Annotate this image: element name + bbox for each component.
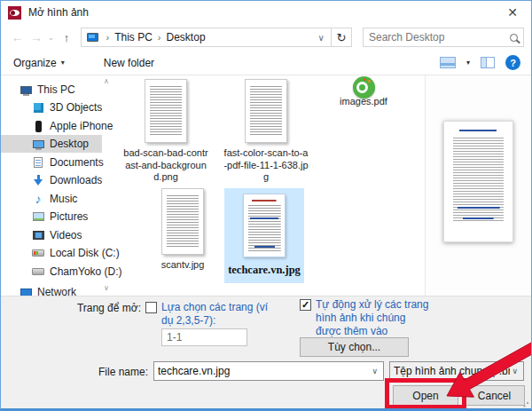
sidebar-item-music[interactable]: ♪ Music: [1, 190, 102, 208]
sidebar-item-label: Documents: [50, 156, 104, 169]
sidebar-item-apple-iphone[interactable]: Apple iPhone: [1, 117, 102, 135]
views-icon[interactable]: [440, 57, 456, 68]
sidebar-item-network[interactable]: Network: [1, 283, 102, 296]
chevron-down-icon: ▾: [61, 59, 65, 67]
sidebar-item-videos[interactable]: Videos: [1, 226, 102, 244]
sidebar-item-local-disk-c[interactable]: Local Disk (C:): [1, 244, 102, 262]
sidebar-item-label: Music: [50, 193, 77, 205]
file-type-value: Tệp hình ảnh chung (*.bmp; *.c: [394, 365, 510, 377]
network-icon: [19, 288, 33, 296]
up-icon[interactable]: ↑: [56, 31, 76, 44]
dialog-title: Mở hình ảnh: [28, 6, 89, 19]
file-item-images-pdf[interactable]: images.pdf: [319, 79, 408, 108]
help-icon[interactable]: ?: [505, 55, 520, 70]
back-icon[interactable]: ←: [8, 30, 27, 44]
search-input[interactable]: [369, 31, 506, 43]
organize-button[interactable]: Organize ▾: [13, 57, 65, 69]
file-name-label-text: File name:: [52, 366, 148, 378]
sidebar-item-label: 3D Objects: [50, 101, 102, 114]
file-name-input[interactable]: [158, 365, 370, 377]
breadcrumb-desktop[interactable]: Desktop: [167, 31, 206, 43]
this-pc-icon: [19, 86, 33, 94]
close-button[interactable]: ✕: [494, 1, 531, 24]
cancel-button[interactable]: Cancel: [464, 385, 525, 406]
file-name-label: bad-scan-bad-contrast-and-background.png: [123, 147, 208, 184]
page-range-input[interactable]: [161, 328, 247, 346]
disk-icon: [31, 268, 45, 275]
scroll-down-icon[interactable]: ∨: [101, 284, 112, 292]
file-thumbnail: [145, 79, 187, 143]
file-item-bad-scan[interactable]: bad-scan-bad-contrast-and-background.png: [121, 79, 210, 184]
forward-icon[interactable]: →: [27, 30, 45, 44]
video-icon: [31, 231, 45, 240]
auto-process-checkbox[interactable]: ✓: [300, 299, 311, 311]
refresh-icon[interactable]: ↻: [332, 28, 352, 47]
sidebar-item-label: Downloads: [50, 174, 102, 186]
sidebar-item-label: This PC: [37, 83, 75, 96]
select-pages-checkbox[interactable]: [145, 302, 157, 313]
sidebar-item-label: Videos: [50, 229, 82, 241]
options-button[interactable]: Tùy chọn...: [300, 337, 409, 357]
crumb-separator-icon: ›: [153, 32, 167, 43]
pdf-app-badge-icon: [353, 76, 375, 99]
views-dropdown-icon[interactable]: ▾: [466, 59, 470, 67]
file-thumbnail: [363, 79, 364, 91]
main-area: This PC 3D Objects Apple iPhone Desktop …: [1, 75, 531, 296]
desktop-location-icon: [87, 33, 98, 42]
bottom-panel: Trang để mở: Lựa chọn các trang (ví dụ 2…: [1, 296, 531, 411]
select-pages-label[interactable]: Lựa chọn các trang (ví dụ 2,3,5-7):: [161, 301, 278, 328]
open-button[interactable]: Open: [393, 385, 458, 406]
breadcrumb[interactable]: › This PC › Desktop ∨: [81, 28, 332, 47]
preview-pane-icon[interactable]: [481, 57, 495, 68]
breadcrumb-this-pc[interactable]: This PC: [114, 31, 153, 43]
organize-label: Organize: [13, 57, 57, 69]
chevron-down-icon: ∨: [510, 367, 520, 375]
sidebar-item-chamyoko-d[interactable]: ChamYoko (D:): [1, 263, 102, 281]
file-type-select[interactable]: Tệp hình ảnh chung (*.bmp; *.c ∨: [389, 361, 524, 381]
search-icon[interactable]: [510, 34, 518, 42]
preview-document-page: [443, 121, 513, 242]
sidebar-item-label: Network: [37, 286, 76, 296]
sidebar-item-documents[interactable]: Documents: [1, 154, 102, 171]
download-arrow-icon: [31, 175, 45, 186]
file-name-label: scantv.jpg: [140, 259, 225, 272]
monitor-icon: [31, 140, 45, 148]
preview-pane: [425, 75, 531, 296]
file-name-label: fast-color-scan-to-a-pdf-file-11-1-638.j…: [223, 147, 309, 184]
picture-icon: [31, 212, 45, 221]
file-thumbnail: [161, 188, 204, 255]
new-folder-button[interactable]: New folder: [104, 57, 154, 69]
toolbar: Organize ▾ New folder ▾ ?: [1, 51, 531, 75]
crumb-separator-icon: ›: [101, 32, 115, 43]
phone-icon: [31, 121, 45, 132]
sidebar-item-3d-objects[interactable]: 3D Objects: [1, 99, 102, 116]
sidebar-item-this-pc[interactable]: This PC: [1, 81, 102, 99]
file-item-scantv[interactable]: scantv.jpg: [138, 188, 227, 272]
history-chevron-icon[interactable]: ⌄: [46, 33, 57, 42]
toolbar-right: ▾ ?: [440, 55, 531, 70]
file-list: bad-scan-bad-contrast-and-background.png…: [113, 75, 425, 296]
sidebar-scrollbar[interactable]: ∧ ∨: [101, 75, 112, 296]
auto-process-label[interactable]: Tự động xử lý các trang hình ảnh khi chú…: [316, 298, 429, 338]
music-note-icon: ♪: [31, 193, 45, 205]
file-name-label: techcare.vn.jpg: [228, 264, 301, 277]
file-thumbnail: [245, 79, 287, 143]
search-box: [363, 28, 524, 47]
sidebar-item-label: Desktop: [50, 138, 89, 150]
open-image-dialog: Mở hình ảnh ✕ ← → ⌄ ↑ › This PC › Deskto…: [0, 0, 532, 411]
sidebar-item-downloads[interactable]: Downloads: [1, 171, 102, 189]
sidebar-item-pictures[interactable]: Pictures: [1, 208, 102, 225]
sidebar: This PC 3D Objects Apple iPhone Desktop …: [1, 75, 113, 296]
sidebar-item-label: Pictures: [50, 210, 88, 223]
sidebar-item-desktop[interactable]: Desktop: [1, 135, 102, 153]
address-dropdown-icon[interactable]: ∨: [317, 33, 326, 43]
file-name-combo: ∨: [153, 361, 384, 381]
app-logo-icon: [8, 6, 21, 20]
scroll-up-icon[interactable]: ∧: [101, 77, 112, 85]
pages-to-open-label: Trang để mở:: [45, 302, 141, 314]
chevron-down-icon[interactable]: ∨: [370, 367, 379, 375]
file-item-techcare-selected[interactable]: techcare.vn.jpg: [224, 188, 304, 283]
document-icon: [31, 157, 45, 168]
resize-grip[interactable]: [520, 402, 528, 410]
file-item-fast-color-scan[interactable]: fast-color-scan-to-a-pdf-file-11-1-638.j…: [222, 79, 310, 184]
